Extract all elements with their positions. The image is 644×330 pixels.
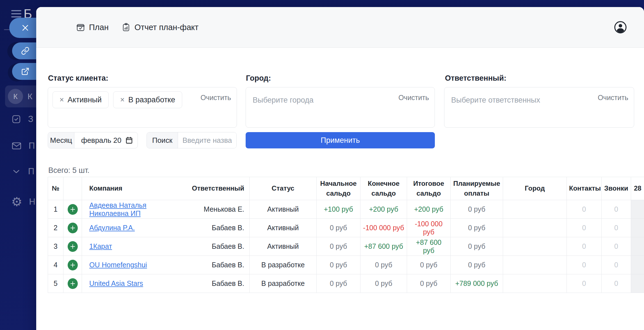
status-filter-box[interactable]: × Активный × В разработке Очистить [48, 87, 237, 128]
tab-plan[interactable]: План [76, 23, 109, 32]
responsible-cell: Бабаев В. [182, 274, 250, 293]
planned-payments-cell: 0 руб [451, 219, 503, 237]
status-chips: × Активный × В разработке [52, 91, 182, 108]
calendar-icon [125, 136, 133, 144]
start-balance-cell: 0 руб [317, 219, 360, 237]
company-link[interactable]: OU Homefengshui [89, 261, 147, 269]
user-account-button[interactable] [614, 21, 627, 34]
company-link[interactable]: Абдулина Р.А. [89, 224, 135, 232]
status-cell: Активный [250, 200, 317, 219]
search-input[interactable] [178, 132, 236, 148]
total-balance-cell: +87 600 руб [407, 237, 451, 256]
row-num: 5 [48, 274, 63, 293]
company-link[interactable]: United Asia Stars [89, 279, 143, 287]
calls-cell: 0 [602, 256, 631, 274]
col-status: Статус [250, 177, 317, 200]
status-cell: В разработке [250, 256, 317, 274]
city-cell [503, 256, 567, 274]
calendar-check-icon [76, 23, 85, 32]
external-link-icon [21, 67, 29, 76]
row-num: 4 [48, 256, 63, 274]
contacts-cell: 0 [567, 200, 602, 219]
col-contacts: Контакты [567, 177, 602, 200]
total-count: Всего: 5 шт. [48, 166, 90, 175]
sidebar-item-tasks[interactable]: З [11, 114, 33, 124]
month-value: февраль 20 [81, 136, 122, 145]
sidebar-item-expand[interactable]: П [11, 166, 34, 177]
responsible-filter-box[interactable]: Выберите ответственных Очистить [444, 87, 634, 128]
planned-payments-cell: 0 руб [451, 200, 503, 219]
total-balance-cell: -100 000 руб [407, 219, 451, 237]
apply-button[interactable]: Применить [246, 132, 435, 148]
plus-icon [70, 262, 76, 268]
status-cell: Активный [250, 219, 317, 237]
start-balance-cell: 0 руб [317, 237, 360, 256]
contacts-cell: 0 [567, 237, 602, 256]
mail-icon [11, 141, 22, 151]
table-row: 5 United Asia Stars Бабаев В. В разработ… [48, 274, 644, 293]
col-total-balance: Итоговое сальдо [407, 177, 451, 200]
contacts-cell: 0 [567, 274, 602, 293]
col-day-28: 28 [631, 177, 644, 200]
city-filter-label: Город: [246, 74, 271, 83]
col-planned-payments: Планируемые оплаты [451, 177, 503, 200]
tab-plan-fact-report[interactable]: Отчет план-факт [122, 23, 198, 32]
end-balance-cell: 0 руб [360, 256, 407, 274]
responsible-filter-label: Ответственный: [445, 74, 506, 83]
plus-icon [70, 281, 76, 286]
calls-cell: 0 [602, 219, 631, 237]
end-balance-cell: -100 000 руб [360, 219, 407, 237]
planned-payments-cell: 0 руб [451, 237, 503, 256]
planned-payments-cell: 0 руб [451, 256, 503, 274]
app-screen: Б К К З П П ⚙ Н [0, 0, 644, 330]
start-balance-cell: +100 руб [317, 200, 360, 219]
start-balance-cell: 0 руб [317, 256, 360, 274]
plus-icon [70, 225, 76, 231]
day-cell [631, 237, 644, 256]
sidebar-item-mail[interactable]: П [11, 141, 35, 151]
remove-chip-icon[interactable]: × [60, 96, 64, 104]
expand-row-button[interactable] [68, 204, 78, 215]
clear-status-link[interactable]: Очистить [200, 94, 231, 102]
month-filter: Месяц февраль 20 [48, 132, 138, 148]
sidebar-item-label: Н [29, 197, 35, 207]
plus-icon [70, 207, 76, 212]
remove-chip-icon[interactable]: × [120, 96, 125, 104]
search-label: Поиск [147, 132, 178, 148]
sidebar-item-label: К [28, 92, 32, 101]
responsible-cell: Бабаев В. [182, 219, 250, 237]
responsible-placeholder: Выберите ответственных [451, 96, 540, 105]
tabs: План Отчет план-факт [76, 23, 198, 32]
gear-icon: ⚙ [11, 196, 22, 208]
company-link[interactable]: 1Карат [89, 242, 112, 250]
clear-city-link[interactable]: Очистить [398, 94, 429, 102]
clear-responsible-link[interactable]: Очистить [598, 94, 628, 102]
sidebar-item-label: П [29, 141, 35, 151]
sidebar-item-settings[interactable]: ⚙ Н [11, 196, 35, 208]
responsible-cell: Бабаев В. [182, 237, 250, 256]
status-chip-in-development[interactable]: × В разработке [113, 91, 182, 108]
expand-row-button[interactable] [68, 223, 78, 233]
city-filter-box[interactable]: Выберите города Очистить [246, 87, 435, 128]
city-cell [503, 200, 567, 219]
plan-table-wrap: № Компания Ответственный Статус Начально… [48, 177, 644, 293]
col-start-balance: Начальное сальдо [317, 177, 360, 200]
chip-label: В разработке [128, 96, 175, 104]
city-cell [503, 219, 567, 237]
company-link[interactable]: Авдеева Наталья Николаевна ИП [89, 201, 147, 217]
city-cell [503, 237, 567, 256]
tab-label: План [89, 23, 109, 32]
calls-cell: 0 [602, 200, 631, 219]
day-cell [631, 274, 644, 293]
status-chip-active[interactable]: × Активный [52, 91, 109, 108]
month-input[interactable]: февраль 20 [74, 132, 138, 148]
expand-row-button[interactable] [68, 260, 78, 270]
col-num: № [48, 177, 63, 200]
chevron-down-icon [11, 166, 21, 177]
expand-row-button[interactable] [68, 278, 78, 289]
expand-row-button[interactable] [68, 241, 78, 252]
table-row: 3 1Карат Бабаев В. Активный 0 руб +87 60… [48, 237, 644, 256]
search-filter: Поиск [147, 132, 237, 148]
responsible-cell: Бабаев В. [182, 256, 250, 274]
tab-label: Отчет план-факт [134, 23, 198, 32]
